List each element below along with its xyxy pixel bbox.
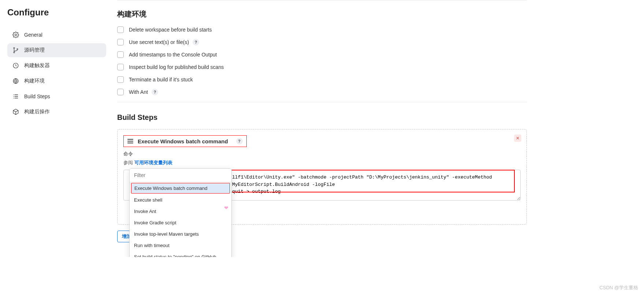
env-option-label: Use secret text(s) or file(s) — [129, 39, 189, 45]
build-step-card: Execute Windows batch command ? ✕ 命令 参阅 … — [117, 129, 527, 225]
branch-icon — [12, 47, 19, 54]
env-option-delete-workspace[interactable]: Delete workspace before build starts — [117, 26, 527, 33]
sidebar-item-build-triggers[interactable]: 构建触发器 — [7, 59, 106, 73]
dropdown-item-run-with-timeout[interactable]: Run with timeout — [130, 240, 231, 251]
env-vars-link[interactable]: 可用环境变量列表 — [134, 160, 172, 165]
dropdown-item-execute-windows-batch[interactable]: Execute Windows batch command — [131, 183, 230, 194]
env-option-label: Terminate a build if it's stuck — [129, 77, 193, 82]
build-environment-heading: 构建环境 — [117, 9, 527, 19]
see-prefix: 参阅 — [123, 160, 134, 165]
sidebar-item-label: 源码管理 — [24, 47, 45, 54]
divider — [117, 0, 527, 0]
checkbox-icon[interactable] — [117, 76, 124, 83]
command-help-text: 参阅 可用环境变量列表 — [123, 159, 521, 166]
dropdown-item-invoke-gradle[interactable]: Invoke Gradle script — [130, 217, 231, 228]
globe-icon — [12, 78, 19, 84]
command-label: 命令 — [123, 151, 521, 157]
dropdown-item-github-pending[interactable]: Set build status to "pending" on GitHub … — [130, 251, 231, 257]
help-icon[interactable]: ? — [193, 39, 199, 45]
sidebar-item-label: 构建环境 — [24, 78, 45, 84]
checkbox-icon[interactable] — [117, 51, 124, 58]
svg-point-0 — [15, 34, 17, 36]
page-title: Configure — [7, 7, 106, 18]
env-option-terminate-stuck[interactable]: Terminate a build if it's stuck — [117, 76, 527, 83]
clock-icon — [12, 62, 19, 69]
gear-icon — [12, 32, 19, 38]
help-icon[interactable]: ? — [152, 89, 158, 95]
env-option-use-secret[interactable]: Use secret text(s) or file(s) ? — [117, 39, 527, 45]
dropdown-item-execute-shell[interactable]: Execute shell — [130, 194, 231, 206]
checkbox-icon[interactable] — [117, 89, 124, 95]
dropdown-filter-input[interactable] — [130, 169, 231, 182]
build-steps-heading: Build Steps — [117, 113, 527, 122]
sidebar-item-label: 构建触发器 — [24, 62, 50, 69]
env-option-timestamps[interactable]: Add timestamps to the Console Output — [117, 51, 527, 58]
svg-point-1 — [14, 48, 15, 49]
checkbox-icon[interactable] — [117, 64, 124, 70]
sidebar-item-post-build-actions[interactable]: 构建后操作 — [7, 105, 106, 119]
dropdown-item-invoke-ant[interactable]: Invoke Ant — [130, 206, 231, 217]
main-content: 构建环境 Delete workspace before build start… — [110, 0, 644, 257]
svg-point-2 — [14, 52, 15, 53]
drag-handle-icon[interactable] — [127, 139, 133, 143]
divider — [117, 102, 527, 102]
sidebar-item-build-steps[interactable]: Build Steps — [7, 89, 106, 103]
env-option-label: Inspect build log for published build sc… — [129, 64, 224, 70]
env-option-label: With Ant — [129, 89, 148, 95]
configure-sidebar: Configure General 源码管理 构建触发器 构建环境 — [0, 0, 110, 257]
checkbox-icon[interactable] — [117, 26, 124, 33]
list-icon — [12, 93, 19, 100]
sidebar-item-label: Build Steps — [24, 93, 50, 99]
add-step-dropdown: Execute Windows batch command Execute sh… — [129, 168, 232, 257]
env-option-label: Add timestamps to the Console Output — [129, 52, 217, 58]
checkbox-icon[interactable] — [117, 39, 124, 45]
step-title: Execute Windows batch command — [138, 138, 228, 144]
package-icon — [12, 109, 19, 115]
command-area: Execute Windows batch command Execute sh… — [123, 170, 521, 202]
env-option-inspect-log[interactable]: Inspect build log for published build sc… — [117, 64, 527, 70]
env-option-label: Delete workspace before build starts — [129, 27, 212, 33]
dropdown-item-invoke-maven[interactable]: Invoke top-level Maven targets — [130, 228, 231, 240]
sidebar-item-source-code-management[interactable]: 源码管理 — [7, 43, 106, 57]
step-header: Execute Windows batch command ? — [123, 135, 247, 147]
close-icon[interactable]: ✕ — [514, 135, 521, 142]
help-icon[interactable]: ? — [236, 138, 243, 144]
svg-point-3 — [17, 49, 18, 50]
sidebar-item-label: 构建后操作 — [24, 109, 50, 115]
env-option-with-ant[interactable]: With Ant ? — [117, 89, 527, 95]
heart-icon: ❤ — [224, 205, 228, 211]
sidebar-item-label: General — [24, 32, 42, 38]
sidebar-item-build-environment[interactable]: 构建环境 — [7, 74, 106, 88]
sidebar-item-general[interactable]: General — [7, 28, 106, 42]
